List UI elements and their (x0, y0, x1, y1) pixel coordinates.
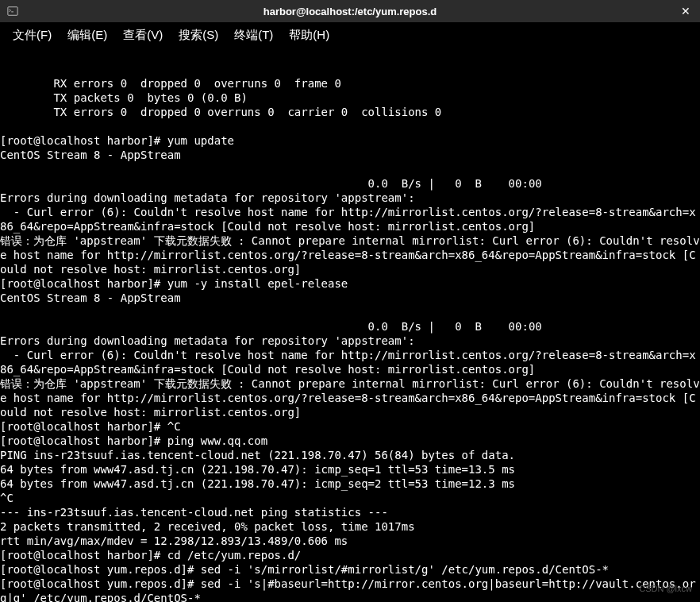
menubar: 文件(F) 编辑(E) 查看(V) 搜索(S) 终端(T) 帮助(H) (0, 22, 700, 48)
menu-edit[interactable]: 编辑(E) (60, 25, 115, 46)
menu-search[interactable]: 搜索(S) (171, 25, 226, 46)
terminal-icon (6, 5, 19, 17)
window-title: harbor@localhost:/etc/yum.repos.d (263, 6, 437, 17)
close-button[interactable]: ✕ (678, 5, 694, 17)
svg-rect-0 (8, 7, 17, 16)
menu-help[interactable]: 帮助(H) (281, 25, 337, 46)
watermark: CSDN @lxcw (639, 581, 692, 596)
terminal-area[interactable]: RX errors 0 dropped 0 overruns 0 frame 0… (0, 48, 700, 602)
menu-file[interactable]: 文件(F) (5, 25, 60, 46)
menu-view[interactable]: 查看(V) (115, 25, 171, 46)
menu-terminal[interactable]: 终端(T) (226, 25, 281, 46)
terminal-output: RX errors 0 dropped 0 overruns 0 frame 0… (0, 76, 700, 602)
window-titlebar: harbor@localhost:/etc/yum.repos.d ✕ (0, 0, 700, 22)
